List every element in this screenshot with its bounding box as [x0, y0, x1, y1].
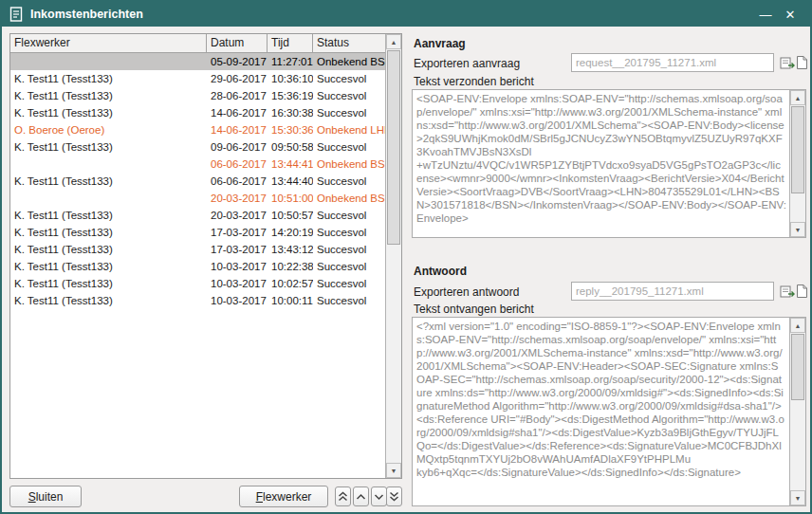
cell-flexwerker: K. Test11 (Tesst133) [10, 275, 207, 292]
table-header: Flexwerker Datum Tijd Status [10, 34, 385, 53]
cell-flexwerker: K. Test11 (Tesst133) [10, 258, 207, 275]
table-row[interactable]: 06-06-201713:44:41Onbekend BSN [10, 156, 385, 173]
double-chevron-down-icon [389, 491, 399, 502]
titlebar: Inkomstenberichten — ✕ [2, 2, 810, 27]
table-row[interactable]: K. Test11 (Tesst133)10-03-201710:22:38Su… [10, 258, 385, 275]
table-row[interactable]: K. Test11 (Tesst133)17-03-201713:43:12Su… [10, 241, 385, 258]
cell-tijd: 13:43:12 [268, 241, 313, 258]
cell-tijd: 10:22:38 [268, 258, 313, 275]
received-message-scrollbar[interactable]: ▲ ▼ [789, 318, 805, 505]
cell-datum: 10-03-2017 [207, 275, 268, 292]
scrollbar-down-arrow-icon[interactable]: ▼ [386, 463, 401, 478]
table-scrollbar[interactable]: ▲ ▼ [385, 34, 401, 478]
cell-tijd: 11:27:01 [268, 53, 313, 70]
exporteren-antwoord-label: Exporteren antwoord [414, 285, 519, 299]
exporteren-aanvraag-label: Exporteren aanvraag [414, 57, 520, 70]
table-row[interactable]: K. Test11 (Tesst133)10-03-201710:02:57Su… [10, 275, 385, 292]
scroll-up-button[interactable] [353, 486, 369, 506]
table-row[interactable]: 20-03-201710:51:00Onbekend BSN [10, 190, 385, 207]
export-file-icon [780, 55, 795, 70]
cell-tijd: 15:30:36 [268, 121, 313, 138]
document-icon [9, 7, 23, 22]
column-header-tijd[interactable]: Tijd [268, 34, 313, 53]
scroll-down-button[interactable] [371, 486, 387, 506]
cell-tijd: 13:44:40 [268, 173, 313, 190]
cell-flexwerker: K. Test11 (Tesst133) [10, 224, 207, 241]
table-row[interactable]: K. Test11 (Tesst133)10-03-201710:00:11Su… [10, 292, 385, 309]
table-body: 05-09-201711:27:01Onbekend BSNK. Test11 … [10, 53, 385, 478]
table-row[interactable]: K. Test11 (Tesst133)28-06-201715:36:19Su… [10, 87, 385, 104]
cell-status: Succesvol [313, 104, 385, 121]
cell-status: Succesvol [313, 258, 385, 275]
cell-status: Succesvol [313, 87, 385, 104]
chevron-down-icon [374, 493, 384, 501]
antwoord-filename-input[interactable] [571, 282, 774, 301]
cell-flexwerker: K. Test11 (Tesst133) [10, 104, 207, 121]
table-row[interactable]: K. Test11 (Tesst133)29-06-201710:36:10Su… [10, 70, 385, 87]
chevron-up-icon [356, 493, 366, 501]
scrollbar-thumb[interactable] [387, 50, 400, 245]
close-button[interactable]: ✕ [778, 4, 803, 25]
column-header-flexwerker[interactable]: Flexwerker [10, 34, 207, 53]
cell-datum: 14-06-2017 [207, 121, 268, 138]
scrollbar-up-arrow-icon[interactable]: ▲ [386, 34, 401, 49]
received-message-textarea[interactable]: <?xml version="1.0" encoding="ISO-8859-1… [412, 317, 806, 506]
column-header-datum[interactable]: Datum [207, 34, 268, 53]
tekst-ontvangen-label: Tekst ontvangen bericht [414, 303, 534, 316]
scrollbar-up-arrow-icon[interactable]: ▲ [790, 90, 805, 105]
document-page-icon [796, 284, 811, 299]
cell-status: Succesvol [313, 292, 385, 309]
sent-message-textarea[interactable]: <SOAP-ENV:Envelope xmlns:SOAP-ENV="http:… [412, 89, 806, 238]
cell-tijd: 10:00:11 [268, 292, 313, 309]
cell-tijd: 10:02:57 [268, 275, 313, 292]
table-row[interactable]: K. Test11 (Tesst133)06-06-201713:44:40Su… [10, 173, 385, 190]
export-antwoord-button[interactable] [780, 284, 795, 299]
table-row[interactable]: K. Test11 (Tesst133)17-03-201714:20:19Su… [10, 224, 385, 241]
cell-datum: 06-06-2017 [207, 173, 268, 190]
scroll-to-bottom-button[interactable] [386, 486, 402, 506]
cell-tijd: 10:51:00 [268, 190, 313, 207]
cell-flexwerker [10, 156, 207, 173]
table-row[interactable]: O. Boeroe (Oeroe)14-06-201715:30:36Onbek… [10, 121, 385, 138]
cell-datum: 10-03-2017 [207, 292, 268, 309]
cell-flexwerker: K. Test11 (Tesst133) [10, 70, 207, 87]
cell-status: Succesvol [313, 275, 385, 292]
sent-message-scrollbar[interactable]: ▲ ▼ [789, 90, 805, 237]
aanvraag-filename-input[interactable] [571, 53, 774, 72]
cell-datum: 10-03-2017 [207, 258, 268, 275]
received-message-text: <?xml version="1.0" encoding="ISO-8859-1… [416, 320, 786, 504]
cell-datum: 28-06-2017 [207, 87, 268, 104]
cell-datum: 06-06-2017 [207, 156, 268, 173]
scrollbar-down-arrow-icon[interactable]: ▼ [790, 490, 805, 505]
table-row[interactable]: K. Test11 (Tesst133)09-06-201709:50:58Su… [10, 138, 385, 156]
open-antwoord-document-button[interactable] [796, 284, 811, 299]
table-row[interactable]: K. Test11 (Tesst133)14-06-201716:30:38Su… [10, 104, 385, 121]
double-chevron-up-icon [338, 491, 348, 502]
cell-status: Succesvol [313, 241, 385, 258]
table-row[interactable]: K. Test11 (Tesst133)20-03-201710:50:57Su… [10, 207, 385, 224]
sluiten-button-label: Sluiten [28, 490, 64, 504]
scroll-to-top-button[interactable] [335, 486, 351, 506]
column-header-status[interactable]: Status [313, 34, 385, 53]
scrollbar-thumb[interactable] [791, 334, 804, 400]
open-aanvraag-document-button[interactable] [796, 55, 811, 70]
tekst-verzonden-label: Tekst verzonden bericht [414, 75, 534, 88]
cell-flexwerker: O. Boeroe (Oeroe) [10, 121, 207, 138]
cell-status: Succesvol [313, 138, 385, 156]
cell-tijd: 10:36:10 [268, 70, 313, 87]
cell-flexwerker: K. Test11 (Tesst133) [10, 292, 207, 309]
minimize-button[interactable]: — [753, 4, 778, 25]
cell-datum: 29-06-2017 [207, 70, 268, 87]
sluiten-button[interactable]: Sluiten [9, 486, 82, 507]
cell-tijd: 16:30:38 [268, 104, 313, 121]
cell-flexwerker: K. Test11 (Tesst133) [10, 173, 207, 190]
scrollbar-up-arrow-icon[interactable]: ▲ [790, 318, 805, 333]
cell-tijd: 10:50:57 [268, 207, 313, 224]
scrollbar-down-arrow-icon[interactable]: ▼ [790, 222, 805, 237]
export-aanvraag-button[interactable] [780, 55, 795, 70]
cell-status: Succesvol [313, 207, 385, 224]
table-row[interactable]: 05-09-201711:27:01Onbekend BSN [10, 53, 385, 70]
cell-tijd: 14:20:19 [268, 224, 313, 241]
flexwerker-button[interactable]: Flexwerker [239, 486, 328, 507]
scrollbar-thumb[interactable] [791, 106, 804, 193]
